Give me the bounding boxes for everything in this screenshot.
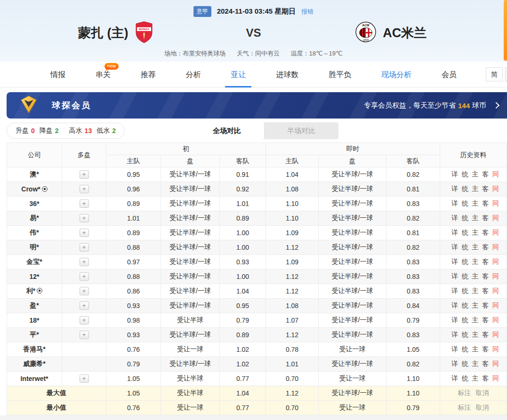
history-link-stats[interactable]: 统 [462, 316, 468, 325]
company-name[interactable]: 伟* [30, 229, 39, 236]
history-link-home[interactable]: 主 [472, 170, 479, 179]
side-widget-strip[interactable] [504, 0, 507, 61]
history-link-detail[interactable]: 详 [451, 360, 458, 368]
history-link-stats[interactable]: 统 [462, 374, 468, 383]
history-link-away[interactable]: 客 [482, 185, 489, 193]
company-name[interactable]: 36* [29, 200, 39, 207]
company-name[interactable]: Interwet* [20, 375, 48, 382]
history-link-home[interactable]: 主 [472, 214, 479, 222]
history-link-away[interactable]: 客 [482, 243, 489, 252]
history-link-stats[interactable]: 统 [462, 229, 468, 237]
multi-odds-button[interactable]: + [80, 258, 89, 266]
history-link-away[interactable]: 客 [482, 272, 489, 281]
history-link-away[interactable]: 客 [482, 287, 489, 295]
history-link-away[interactable]: 客 [482, 258, 489, 266]
history-link-home[interactable]: 主 [472, 374, 479, 383]
history-link-home[interactable]: 主 [472, 287, 479, 295]
league-badge[interactable]: 意甲 [193, 6, 211, 17]
company-name[interactable]: 易* [30, 214, 39, 222]
history-link-stats[interactable]: 统 [462, 301, 468, 310]
history-link-stats[interactable]: 统 [462, 360, 468, 368]
history-link-same[interactable]: 同 [492, 185, 499, 193]
multi-odds-button[interactable]: + [80, 331, 89, 339]
history-link-same[interactable]: 同 [492, 345, 499, 354]
history-link-away[interactable]: 客 [482, 229, 489, 237]
history-link-detail[interactable]: 详 [451, 229, 458, 237]
history-link-stats[interactable]: 统 [462, 170, 468, 179]
tab-analysis[interactable]: 分析 [180, 62, 207, 87]
history-link-home[interactable]: 主 [472, 243, 479, 252]
history-link-home[interactable]: 主 [472, 316, 479, 325]
history-link-same[interactable]: 同 [492, 316, 499, 325]
company-name[interactable]: 威廉希* [23, 360, 45, 367]
member-banner[interactable]: 球探会员 专享会员权益，每天至少节省 144 球币 [7, 92, 507, 119]
history-link-stats[interactable]: 统 [462, 199, 468, 208]
history-link-away[interactable]: 客 [482, 214, 489, 222]
multi-odds-button[interactable]: + [80, 301, 89, 310]
history-link-away[interactable]: 客 [482, 360, 489, 368]
company-name[interactable]: 平* [30, 331, 39, 338]
lang-simplified-button[interactable]: 简 [486, 67, 503, 81]
company-name[interactable]: 18* [29, 317, 39, 324]
history-link-away[interactable]: 客 [482, 345, 489, 354]
history-link-detail[interactable]: 详 [451, 243, 458, 252]
multi-odds-button[interactable]: + [80, 287, 89, 295]
history-link-away[interactable]: 客 [482, 170, 489, 179]
multi-odds-button[interactable]: + [80, 199, 89, 208]
home-team-name[interactable]: 蒙扎 (主) [78, 24, 128, 41]
history-link-stats[interactable]: 统 [462, 243, 468, 252]
history-link-detail[interactable]: 详 [451, 287, 458, 295]
history-link-stats[interactable]: 统 [462, 185, 468, 193]
history-link-detail[interactable]: 详 [451, 185, 458, 193]
history-link-home[interactable]: 主 [472, 258, 479, 266]
company-name[interactable]: 澳* [30, 170, 39, 178]
history-link-detail[interactable]: 详 [451, 301, 458, 310]
multi-odds-button[interactable]: + [80, 170, 89, 179]
history-link-same[interactable]: 同 [492, 272, 499, 281]
tab-halftime-compare[interactable]: 半场对比 [264, 122, 338, 139]
history-link-stats[interactable]: 统 [462, 287, 468, 295]
multi-odds-button[interactable]: + [80, 374, 89, 383]
history-link-detail[interactable]: 详 [451, 199, 458, 208]
history-link-away[interactable]: 客 [482, 316, 489, 325]
away-team-name[interactable]: AC米兰 [383, 24, 427, 41]
history-link-stats[interactable]: 统 [462, 258, 468, 266]
tab-recommend[interactable]: 推荐 [135, 62, 161, 87]
cancel-link[interactable]: 取消 [476, 389, 489, 397]
report-error-link[interactable]: 报错 [301, 8, 314, 16]
company-name[interactable]: 盈* [30, 301, 39, 309]
tab-parlay[interactable]: new 串关 [90, 62, 116, 87]
company-name[interactable]: 香港马* [23, 345, 45, 353]
multi-odds-button[interactable]: + [80, 272, 89, 281]
history-link-detail[interactable]: 详 [451, 345, 458, 354]
history-link-stats[interactable]: 统 [462, 214, 468, 222]
company-name[interactable]: 金宝* [26, 258, 42, 265]
company-name[interactable]: 12* [29, 273, 39, 280]
history-link-same[interactable]: 同 [492, 287, 499, 295]
history-link-away[interactable]: 客 [482, 301, 489, 310]
company-name[interactable]: Crow* [21, 185, 40, 193]
tab-goals[interactable]: 进球数 [270, 62, 304, 87]
multi-odds-button[interactable]: + [80, 214, 89, 222]
mark-link[interactable]: 标注 [458, 404, 471, 412]
history-link-detail[interactable]: 详 [451, 258, 458, 266]
history-link-same[interactable]: 同 [492, 331, 499, 339]
history-link-detail[interactable]: 详 [451, 374, 458, 383]
history-link-home[interactable]: 主 [472, 185, 479, 193]
tab-asian-handicap[interactable]: 亚让 [225, 62, 251, 87]
history-link-same[interactable]: 同 [492, 374, 499, 383]
history-link-same[interactable]: 同 [492, 258, 499, 266]
lang-traditional-button[interactable]: 繁 [505, 67, 507, 81]
history-link-home[interactable]: 主 [472, 199, 479, 208]
history-link-detail[interactable]: 详 [451, 331, 458, 339]
history-link-stats[interactable]: 统 [462, 345, 468, 354]
chevron-right-icon[interactable] [493, 102, 499, 109]
history-link-detail[interactable]: 详 [451, 170, 458, 179]
history-link-away[interactable]: 客 [482, 331, 489, 339]
tab-live-analysis[interactable]: 现场分析 [376, 62, 417, 87]
history-link-detail[interactable]: 详 [451, 214, 458, 222]
history-link-same[interactable]: 同 [492, 229, 499, 237]
history-link-same[interactable]: 同 [492, 360, 499, 368]
mark-link[interactable]: 标注 [458, 389, 471, 397]
history-link-home[interactable]: 主 [472, 301, 479, 310]
